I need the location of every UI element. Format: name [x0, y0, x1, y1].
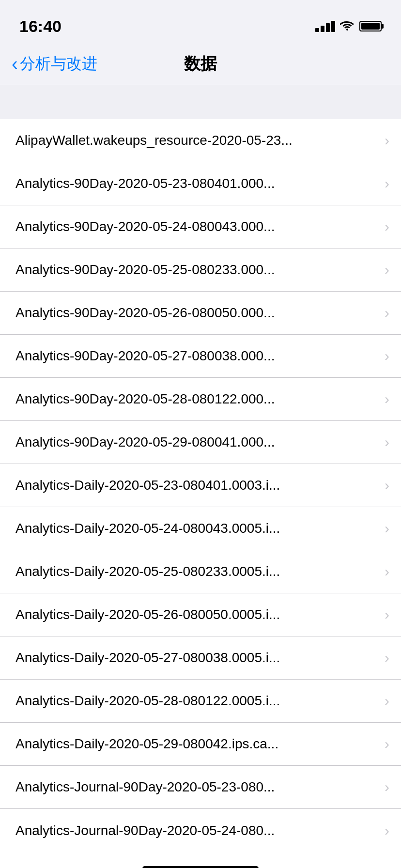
chevron-right-icon: ›: [385, 391, 389, 407]
back-button[interactable]: ‹ 分析与改进: [12, 53, 97, 75]
file-list: AlipayWallet.wakeups_resource-2020-05-23…: [0, 119, 401, 852]
list-item[interactable]: Analytics-Journal-90Day-2020-05-23-080..…: [0, 766, 401, 809]
chevron-right-icon: ›: [385, 305, 389, 321]
home-indicator: [0, 852, 401, 868]
list-item-text: Analytics-90Day-2020-05-29-080041.000...: [15, 434, 385, 450]
list-item-text: Analytics-Daily-2020-05-23-080401.0003.i…: [15, 478, 385, 493]
list-item-text: Analytics-90Day-2020-05-25-080233.000...: [15, 262, 385, 278]
list-item-text: Analytics-Daily-2020-05-24-080043.0005.i…: [15, 521, 385, 536]
list-item[interactable]: Analytics-90Day-2020-05-27-080038.000...…: [0, 335, 401, 378]
wifi-icon: [340, 19, 355, 34]
list-item[interactable]: Analytics-90Day-2020-05-29-080041.000...…: [0, 421, 401, 464]
chevron-right-icon: ›: [385, 132, 389, 149]
list-item[interactable]: Analytics-Daily-2020-05-29-080042.ips.ca…: [0, 723, 401, 766]
list-item-text: Analytics-90Day-2020-05-23-080401.000...: [15, 176, 385, 191]
chevron-right-icon: ›: [385, 693, 389, 709]
chevron-right-icon: ›: [385, 736, 389, 752]
page-title: 数据: [184, 53, 217, 75]
list-item[interactable]: Analytics-90Day-2020-05-25-080233.000...…: [0, 248, 401, 292]
list-item-text: Analytics-Journal-90Day-2020-05-23-080..…: [15, 779, 385, 795]
list-item-text: Analytics-90Day-2020-05-24-080043.000...: [15, 219, 385, 234]
chevron-right-icon: ›: [385, 650, 389, 666]
status-time: 16:40: [19, 17, 62, 36]
list-item-text: AlipayWallet.wakeups_resource-2020-05-23…: [15, 133, 385, 148]
list-item[interactable]: Analytics-Daily-2020-05-28-080122.0005.i…: [0, 680, 401, 723]
chevron-right-icon: ›: [385, 520, 389, 537]
chevron-right-icon: ›: [385, 348, 389, 364]
back-label: 分析与改进: [20, 53, 97, 75]
chevron-right-icon: ›: [385, 477, 389, 494]
battery-icon: [359, 21, 382, 31]
chevron-right-icon: ›: [385, 434, 389, 450]
chevron-right-icon: ›: [385, 175, 389, 192]
list-item-text: Analytics-Daily-2020-05-25-080233.0005.i…: [15, 564, 385, 579]
nav-bar: ‹ 分析与改进 数据: [0, 43, 401, 85]
list-item[interactable]: Analytics-90Day-2020-05-23-080401.000...…: [0, 162, 401, 205]
list-item[interactable]: Analytics-Daily-2020-05-24-080043.0005.i…: [0, 507, 401, 550]
list-item[interactable]: Analytics-90Day-2020-05-26-080050.000...…: [0, 292, 401, 335]
status-icons: [315, 19, 382, 34]
list-item[interactable]: Analytics-Daily-2020-05-27-080038.0005.i…: [0, 636, 401, 680]
chevron-right-icon: ›: [385, 218, 389, 235]
chevron-right-icon: ›: [385, 563, 389, 580]
chevron-right-icon: ›: [385, 822, 389, 839]
chevron-right-icon: ›: [385, 606, 389, 623]
list-item-text: Analytics-90Day-2020-05-26-080050.000...: [15, 305, 385, 321]
chevron-right-icon: ›: [385, 779, 389, 795]
list-item-text: Analytics-Daily-2020-05-26-080050.0005.i…: [15, 607, 385, 622]
list-item-text: Analytics-Daily-2020-05-27-080038.0005.i…: [15, 650, 385, 666]
list-item[interactable]: Analytics-90Day-2020-05-28-080122.000...…: [0, 378, 401, 421]
list-item[interactable]: Analytics-Daily-2020-05-26-080050.0005.i…: [0, 593, 401, 636]
back-chevron-icon: ‹: [12, 55, 18, 73]
list-item-text: Analytics-90Day-2020-05-28-080122.000...: [15, 391, 385, 407]
status-bar: 16:40: [0, 0, 401, 43]
list-item-text: Analytics-Journal-90Day-2020-05-24-080..…: [15, 823, 385, 838]
section-header: [0, 85, 401, 119]
list-item[interactable]: AlipayWallet.wakeups_resource-2020-05-23…: [0, 119, 401, 162]
list-item[interactable]: Analytics-Daily-2020-05-25-080233.0005.i…: [0, 550, 401, 593]
chevron-right-icon: ›: [385, 262, 389, 278]
list-item-text: Analytics-Daily-2020-05-28-080122.0005.i…: [15, 693, 385, 709]
list-item[interactable]: Analytics-90Day-2020-05-24-080043.000...…: [0, 205, 401, 248]
list-item-text: Analytics-90Day-2020-05-27-080038.000...: [15, 348, 385, 364]
list-item[interactable]: Analytics-Journal-90Day-2020-05-24-080..…: [0, 809, 401, 852]
list-item[interactable]: Analytics-Daily-2020-05-23-080401.0003.i…: [0, 464, 401, 507]
signal-icon: [315, 21, 335, 32]
list-item-text: Analytics-Daily-2020-05-29-080042.ips.ca…: [15, 736, 385, 752]
home-bar: [142, 866, 259, 868]
